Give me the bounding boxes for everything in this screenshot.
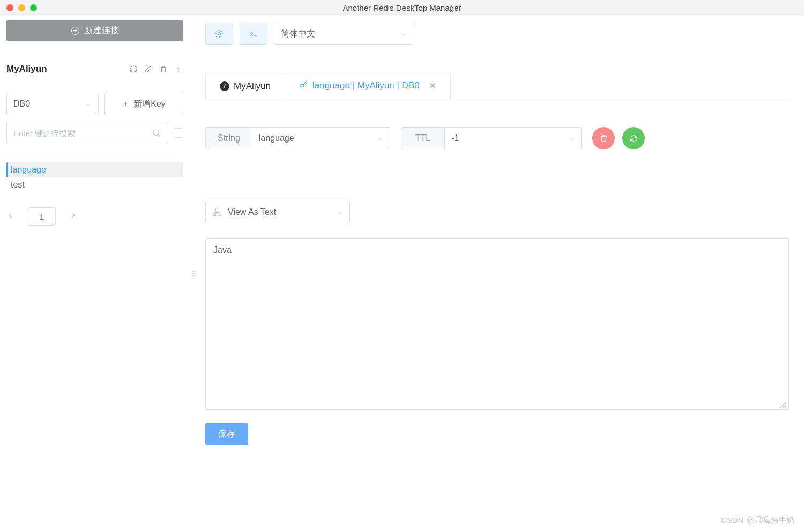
key-list: language test [6,162,183,192]
db-select[interactable]: DB0 [6,93,99,115]
add-key-button[interactable]: ＋ 新增Key [104,93,183,115]
splitter-handle[interactable]: ⠿ [190,16,196,532]
settings-button[interactable] [205,23,233,45]
trash-icon[interactable] [159,64,168,74]
chevron-down-icon [85,101,92,107]
edit-icon[interactable] [144,64,153,74]
key-name-select[interactable]: language [252,127,390,149]
key-item-language[interactable]: language [6,162,183,177]
svg-point-0 [153,130,159,136]
view-as-select[interactable]: View As Text [205,201,350,223]
tab-key-label: language | MyAliyun | DB0 [312,80,420,91]
tab-key[interactable]: language | MyAliyun | DB0 ✕ [285,73,451,99]
close-window-icon[interactable] [6,4,13,11]
prev-page-button[interactable] [6,212,14,221]
svg-rect-5 [218,214,220,216]
search-input[interactable] [13,129,147,138]
refresh-icon[interactable] [129,64,138,74]
connection-header: MyAliyun [6,64,183,74]
chevron-down-icon [568,135,575,141]
language-selected-label: 简体中文 [281,28,315,40]
db-selected-label: DB0 [13,99,30,109]
chevron-down-icon [337,209,343,215]
value-text: Java [213,245,232,254]
add-key-label: 新增Key [133,99,166,110]
resize-handle-icon[interactable] [780,401,786,407]
sidebar: + 新建连接 MyAliyun DB0 [0,16,190,532]
tabs: i MyAliyun language | MyAliyun | DB0 ✕ [205,73,789,99]
page-number-input[interactable]: 1 [28,207,56,226]
delete-key-button[interactable] [592,127,615,149]
key-item-test[interactable]: test [6,177,183,192]
chevron-up-icon[interactable] [174,64,183,74]
main-panel: 简体中文 i MyAliyun language | MyAliyun | DB… [196,16,804,532]
tab-info-label: MyAliyun [234,81,271,92]
svg-point-2 [301,84,304,87]
tab-info[interactable]: i MyAliyun [205,73,285,99]
ttl-value: -1 [451,133,459,143]
chevron-down-icon [400,31,406,37]
watermark: CSDN @只喝热牛奶 [721,515,794,526]
save-button[interactable]: 保存 [205,423,248,445]
tree-icon [212,208,221,217]
chevron-down-icon [377,135,383,141]
svg-point-1 [218,33,221,35]
search-icon[interactable] [152,128,161,138]
window-title: Another Redis DeskTop Manager [0,3,804,12]
maximize-window-icon[interactable] [30,4,37,11]
key-name-value: language [259,133,294,143]
type-label: String [205,127,252,149]
new-connection-button[interactable]: + 新建连接 [6,20,183,41]
close-tab-icon[interactable]: ✕ [429,81,436,91]
refresh-key-button[interactable] [622,127,645,149]
ttl-label: TTL [401,127,445,149]
key-type-group: String language [205,127,390,149]
plus-circle-icon: + [71,27,79,35]
pager: 1 [6,207,183,226]
view-as-label: View As Text [228,207,276,217]
svg-rect-4 [213,214,215,216]
traffic-lights [0,4,37,11]
minimize-window-icon[interactable] [18,4,25,11]
terminal-button[interactable] [240,23,267,45]
search-input-wrap [6,122,168,144]
connection-name[interactable]: MyAliyun [6,64,47,74]
ttl-group: TTL -1 [401,127,582,149]
plus-icon: ＋ [122,99,130,110]
svg-rect-3 [215,209,218,211]
value-textarea[interactable]: Java [205,238,789,410]
key-icon [299,80,308,92]
new-connection-label: 新建连接 [85,25,119,36]
ttl-select[interactable]: -1 [445,127,582,149]
language-select[interactable]: 简体中文 [274,23,413,45]
info-icon: i [220,81,229,91]
next-page-button[interactable] [70,212,77,221]
titlebar: Another Redis DeskTop Manager [0,0,804,16]
exact-match-checkbox[interactable] [174,128,183,138]
